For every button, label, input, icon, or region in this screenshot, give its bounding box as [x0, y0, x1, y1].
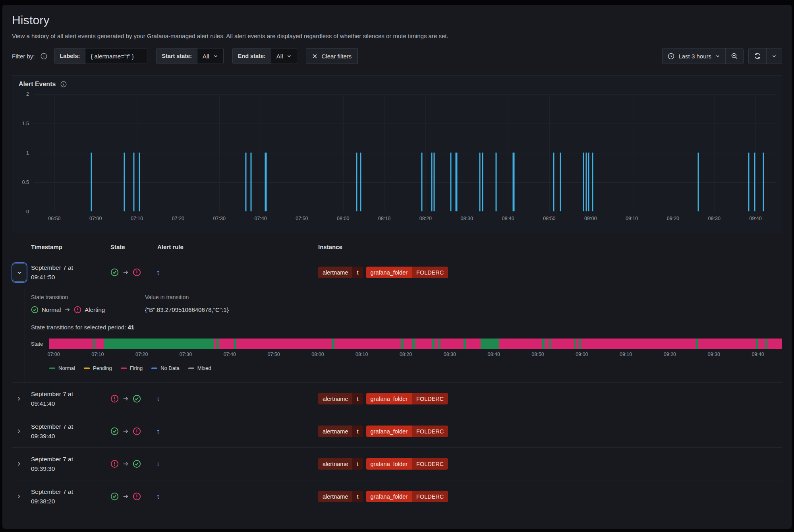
y-axis-tick: 2: [26, 91, 29, 97]
info-icon[interactable]: [60, 81, 67, 87]
event-bar: [91, 153, 92, 211]
expand-row-button[interactable]: [12, 457, 25, 471]
table-row: September 7 at09:39:40talertnametgrafana…: [12, 415, 782, 447]
legend-item[interactable]: Normal: [49, 365, 75, 371]
label-badge: grafana_folderFOLDERC: [366, 267, 448, 278]
arrow-right-icon: [122, 428, 129, 435]
x-axis-tick: 08:00: [337, 216, 349, 221]
legend-item[interactable]: Pending: [84, 365, 112, 371]
event-bar: [265, 153, 267, 211]
timeline-segment-firing: [435, 339, 439, 349]
labels-filter-input[interactable]: { alertname="t" }: [85, 48, 147, 64]
info-icon[interactable]: [41, 53, 47, 60]
refresh-button[interactable]: [749, 48, 766, 64]
x-axis-tick: 07:50: [296, 216, 308, 221]
gridline-h: [34, 94, 776, 95]
transitions-count-line: State transitions for selected period: 4…: [31, 324, 782, 331]
x-axis-tick: 09:10: [626, 216, 638, 221]
labels-filter: Labels: { alertname="t" }: [54, 48, 148, 64]
page-subtitle: View a history of all alert events gener…: [12, 33, 782, 39]
col-timestamp: Timestamp: [31, 244, 110, 250]
timeline-segment-firing: [767, 339, 782, 349]
alert-rule-link[interactable]: t: [157, 269, 159, 276]
timeline-axis-tick: 07:30: [180, 352, 192, 357]
event-bar: [139, 153, 140, 211]
x-axis-tick: 07:00: [89, 216, 102, 221]
alert-rule-link[interactable]: t: [157, 493, 159, 500]
expand-row-button[interactable]: [12, 425, 25, 438]
row-instance-labels: alertnametgrafana_folderFOLDERC: [318, 393, 782, 404]
event-bar: [697, 153, 699, 211]
legend-swatch: [151, 368, 157, 369]
clear-filters-button[interactable]: Clear filters: [306, 48, 358, 64]
panel-title: Alert Events: [19, 81, 56, 88]
gridline-v: [467, 94, 467, 212]
time-range-picker[interactable]: Last 3 hours: [663, 48, 725, 64]
collapse-row-button[interactable]: [13, 263, 26, 282]
gridline-h: [34, 212, 776, 212]
x-axis-tick: 09:00: [584, 216, 597, 221]
y-axis-tick: 1: [26, 150, 29, 156]
label-badge: alertnamet: [318, 393, 363, 404]
timeline-axis-tick: 08:10: [355, 352, 368, 357]
timeline-axis-tick: 09:00: [576, 352, 588, 357]
alert-rule-link[interactable]: t: [157, 428, 159, 435]
legend-item[interactable]: No Data: [151, 365, 180, 371]
x-axis-tick: 08:50: [543, 216, 555, 221]
gridline-v: [302, 94, 302, 212]
label-badge: grafana_folderFOLDERC: [366, 426, 448, 437]
zoom-out-button[interactable]: [725, 48, 743, 64]
event-bar: [592, 153, 593, 211]
chevron-right-icon: [16, 396, 21, 401]
end-state-select[interactable]: All: [271, 48, 297, 64]
transition-value: {"B":83.27095106640678,"C":1}: [145, 306, 782, 313]
timeline-axis-tick: 07:40: [224, 352, 236, 357]
refresh-icon: [754, 52, 761, 60]
timeline-axis-tick: 09:10: [620, 352, 632, 357]
timeline-segment-firing: [95, 339, 104, 349]
gridline-v: [54, 94, 55, 212]
event-bar: [251, 153, 252, 211]
label-badge: grafana_folderFOLDERC: [366, 458, 448, 470]
alert-events-chart[interactable]: 21.510.5006:5007:0007:1007:2007:3007:400…: [34, 94, 776, 212]
col-state: State: [110, 244, 157, 250]
arrow-right-icon: [122, 395, 129, 402]
gridline-v: [714, 94, 715, 212]
gridline-v: [549, 94, 550, 212]
transitions-count: 41: [128, 324, 134, 331]
x-axis-tick: 07:30: [213, 216, 226, 221]
labels-filter-label: Labels:: [55, 48, 86, 64]
timeline-segment-normal: [104, 339, 214, 349]
refresh-group: [748, 48, 782, 64]
start-state-select[interactable]: All: [197, 48, 223, 64]
chevron-right-icon: [16, 461, 21, 466]
chevron-down-icon: [213, 54, 218, 58]
gridline-v: [673, 94, 673, 212]
alert-rule-link[interactable]: t: [157, 460, 159, 467]
timeline-axis-tick: 07:10: [91, 352, 104, 357]
chevron-down-icon: [17, 270, 22, 275]
arrow-right-icon: [122, 493, 129, 500]
legend-item[interactable]: Mixed: [188, 365, 211, 371]
time-range-label: Last 3 hours: [678, 53, 711, 60]
legend-item[interactable]: Firing: [121, 365, 143, 371]
event-bar: [124, 153, 125, 211]
chevron-down-icon: [772, 54, 777, 58]
timeline-segment-firing: [551, 339, 574, 349]
alert-rule-link[interactable]: t: [157, 395, 159, 402]
x-axis-tick: 09:30: [708, 216, 721, 221]
page-title: History: [12, 14, 782, 27]
y-axis-tick: 0.5: [22, 180, 29, 185]
gridline-v: [96, 94, 96, 212]
state-timeline-bar[interactable]: [49, 339, 782, 349]
event-bar: [560, 153, 561, 211]
gridline-v: [343, 94, 344, 212]
normal-state-icon: [110, 427, 119, 435]
event-bar: [588, 153, 589, 211]
refresh-interval-dropdown[interactable]: [766, 48, 782, 64]
expand-row-button[interactable]: [12, 392, 25, 406]
expand-row-button[interactable]: [12, 490, 25, 503]
start-state-label: Start state:: [156, 48, 197, 64]
zoom-out-icon: [731, 52, 738, 60]
timeline-axis: 07:0007:1007:2007:3007:4007:5008:0008:10…: [49, 352, 782, 361]
